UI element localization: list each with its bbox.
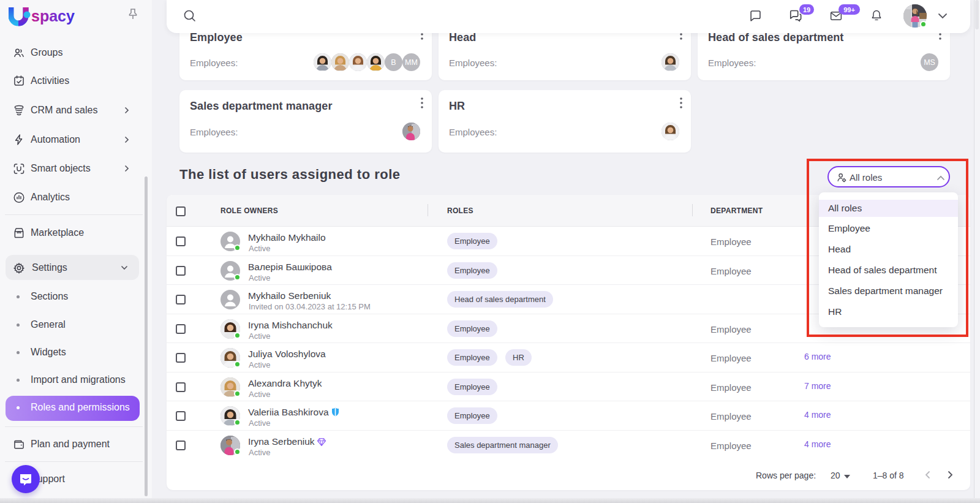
- svg-text:spacy: spacy: [31, 7, 75, 25]
